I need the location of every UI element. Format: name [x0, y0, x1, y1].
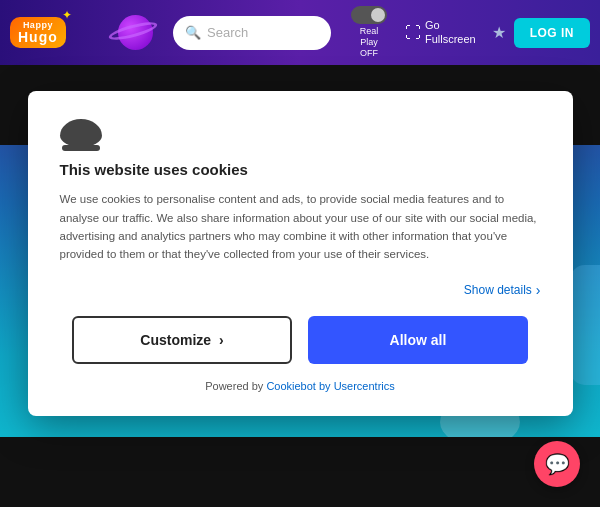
cookie-title: This website uses cookies [60, 161, 541, 178]
allow-all-button[interactable]: Allow all [308, 316, 528, 364]
powered-by-link[interactable]: Cookiebot by Usercentrics [266, 380, 394, 392]
modal-overlay: This website uses cookies We use cookies… [0, 0, 600, 507]
customize-arrow-icon: › [219, 332, 224, 348]
cookie-actions-row: Show details › [60, 282, 541, 298]
support-chat-icon: 💬 [545, 452, 570, 476]
show-details-link[interactable]: Show details › [464, 282, 541, 298]
cookie-modal: This website uses cookies We use cookies… [28, 91, 573, 416]
powered-by-label: Powered by [205, 380, 263, 392]
cookie-body-text: We use cookies to personalise content an… [60, 190, 541, 264]
customize-label: Customize [140, 332, 211, 348]
cookie-buttons-row: Customize › Allow all [60, 316, 541, 364]
cookiebot-logo-icon [60, 119, 102, 147]
show-details-label: Show details [464, 283, 532, 297]
powered-by-text: Powered by Cookiebot by Usercentrics [60, 380, 541, 392]
customize-button[interactable]: Customize › [72, 316, 292, 364]
support-chat-button[interactable]: 💬 [534, 441, 580, 487]
chevron-right-icon: › [536, 282, 541, 298]
